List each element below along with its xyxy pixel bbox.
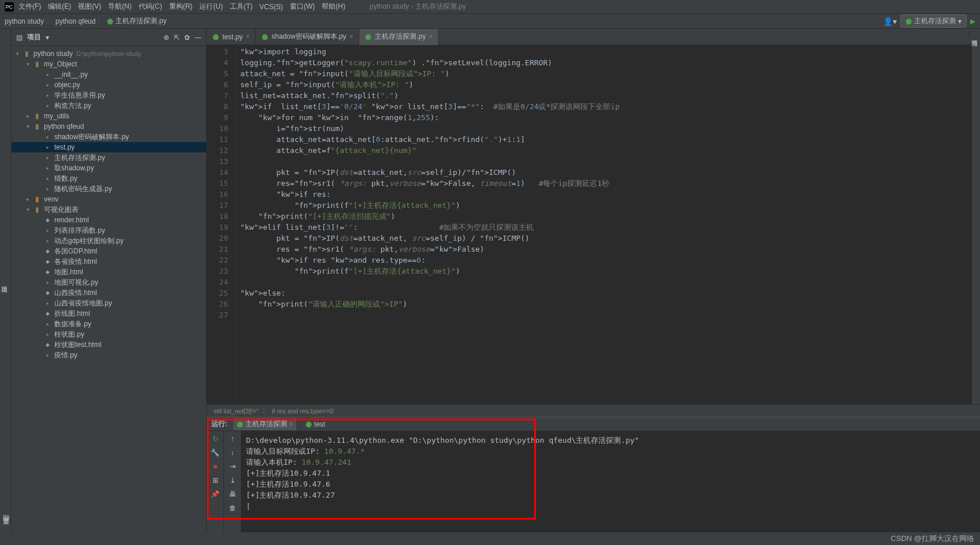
- tree-item[interactable]: ◆山西疫情.html: [12, 288, 206, 298]
- trash-icon[interactable]: 🗑: [229, 504, 236, 512]
- tree-item[interactable]: 动态gdp柱状图绘制.py: [12, 236, 206, 246]
- down-icon[interactable]: ↓: [231, 449, 234, 457]
- user-icon[interactable]: 👤▾: [883, 17, 897, 26]
- collapse-icon[interactable]: ⇱: [174, 33, 180, 42]
- target-icon[interactable]: ⊕: [163, 33, 169, 42]
- tree-item[interactable]: 山西省疫情地图.py: [12, 298, 206, 308]
- tree-item[interactable]: 随机密码生成器.py: [12, 184, 206, 194]
- scroll-icon[interactable]: ⤓: [230, 476, 236, 484]
- tree-item[interactable]: objec.py: [12, 80, 206, 90]
- menubar: PC 文件(F) 编辑(E) 视图(V) 导航(N) 代码(C) 重构(R) 运…: [0, 0, 980, 14]
- editor-tab[interactable]: ⬤shadow密码破解脚本.py×: [256, 29, 359, 45]
- code-editor[interactable]: 3456789101112131415161718192021222324252…: [207, 45, 980, 404]
- pin-icon[interactable]: 📌: [211, 490, 219, 498]
- run-button[interactable]: ▶: [970, 17, 975, 25]
- tree-item[interactable]: 取shadow.py: [12, 163, 206, 173]
- menu-run[interactable]: 运行(U): [199, 2, 223, 12]
- run-tab-0[interactable]: ⬤主机存活探测×: [233, 418, 296, 430]
- console-output[interactable]: D:\develop\python-3.11.4\python.exe "D:\…: [241, 431, 980, 532]
- tree-item[interactable]: 数据准备.py: [12, 319, 206, 329]
- run-tab-1[interactable]: ⬤test: [302, 419, 329, 430]
- stop-icon[interactable]: ■: [213, 462, 217, 471]
- tree-item[interactable]: 构造方法.py: [12, 100, 206, 111]
- run-toolbar-left: ↻ 🔧 ■ ⊞ 📌: [207, 431, 224, 532]
- crumb-0[interactable]: python study: [5, 17, 44, 25]
- menu-help[interactable]: 帮助(H): [322, 2, 345, 12]
- rerun-icon[interactable]: ↻: [213, 435, 218, 443]
- run-config-name: 主机存活探测: [914, 16, 956, 26]
- tree-item[interactable]: ▾▮python qfeud: [12, 121, 206, 132]
- editor-tabs: ⬤test.py×⬤shadow密码破解脚本.py×⬤主机存活探测.py×: [207, 29, 980, 45]
- wrench-icon[interactable]: 🔧: [211, 449, 219, 457]
- tree-item[interactable]: 柱状图.py: [12, 329, 206, 339]
- close-icon[interactable]: ×: [246, 33, 249, 40]
- tree-item[interactable]: ◆各省疫情.html: [12, 256, 206, 267]
- menu-code[interactable]: 代码(C): [139, 2, 162, 12]
- editor-tab[interactable]: ⬤主机存活探测.py×: [359, 29, 439, 45]
- breadcrumb-bar: python study〉 python qfeud〉 ⬤ 主机存活探测.py …: [0, 14, 980, 29]
- menu-window[interactable]: 窗口(W): [290, 2, 315, 12]
- menu-file[interactable]: 文件(F): [18, 2, 41, 12]
- tree-item[interactable]: ◆地图.html: [12, 267, 206, 277]
- tree-item[interactable]: 疫情.py: [12, 350, 206, 360]
- python-icon: ⬤: [107, 18, 113, 24]
- tree-item[interactable]: ▾▮python studyD:\python\python study: [12, 48, 206, 59]
- menu-vcs[interactable]: VCS(S): [259, 3, 283, 11]
- tree-item[interactable]: ◆render.html: [12, 215, 206, 225]
- editor-area: ⬤test.py×⬤shadow密码破解脚本.py×⬤主机存活探测.py× 34…: [207, 29, 980, 532]
- left-tool-strip[interactable]: 项目: [0, 29, 12, 532]
- close-icon[interactable]: ×: [350, 33, 353, 40]
- run-toolbar-left2: ↑ ↓ ⇥ ⤓ 🖶 🗑: [224, 431, 241, 532]
- tree-item[interactable]: 猜数.py: [12, 173, 206, 184]
- tree-item[interactable]: shadow密码破解脚本.py: [12, 132, 206, 142]
- crumb-2[interactable]: 主机存活探测.py: [115, 16, 166, 26]
- menu-tools[interactable]: 工具(T): [230, 2, 252, 12]
- menu-view[interactable]: 视图(V): [78, 2, 101, 12]
- tree-item[interactable]: ▸▮venv: [12, 194, 206, 204]
- tree-item[interactable]: __init__.py: [12, 69, 206, 80]
- tree-item[interactable]: 列表排序函数.py: [12, 225, 206, 236]
- line-gutter: 3456789101112131415161718192021222324252…: [207, 45, 236, 404]
- code-content[interactable]: "kw">import logging logging."fn">getLogg…: [236, 45, 972, 404]
- tree-item[interactable]: ◆折线图.html: [12, 308, 206, 319]
- crumb-b1[interactable]: if res and res.type==0: [272, 408, 333, 415]
- menu-nav[interactable]: 导航(N): [108, 2, 132, 12]
- crumb-1[interactable]: python qfeud: [55, 17, 95, 25]
- run-label: 运行:: [211, 419, 228, 429]
- layout-icon[interactable]: ⊞: [213, 476, 218, 484]
- tree-item[interactable]: ▾▮可视化图表: [12, 204, 206, 215]
- tree-item[interactable]: ▸▮my_utils: [12, 111, 206, 121]
- close-icon[interactable]: ×: [429, 33, 433, 40]
- window-title: python study - 主机存活探测.py: [370, 2, 466, 12]
- left-bottom-tabs[interactable]: 书签 结构: [0, 524, 12, 532]
- toolbar-right: 👤▾ ⬤ 主机存活探测 ▾ ▶: [883, 14, 975, 28]
- editor-tab[interactable]: ⬤test.py×: [207, 29, 256, 45]
- menu-edit[interactable]: 编辑(E): [48, 2, 71, 12]
- menu-refactor[interactable]: 重构(R): [169, 2, 193, 12]
- app-logo: PC: [5, 2, 14, 12]
- up-icon[interactable]: ↑: [231, 435, 234, 443]
- chevron-down-icon[interactable]: ▾: [46, 33, 49, 42]
- chevron-down-icon: ▾: [958, 17, 962, 25]
- tree-item[interactable]: 主机存活探测.py: [12, 152, 206, 163]
- breadcrumb: python study〉 python qfeud〉 ⬤ 主机存活探测.py: [5, 16, 166, 26]
- hide-icon[interactable]: —: [195, 33, 202, 42]
- tree-item[interactable]: test.py: [12, 142, 206, 152]
- run-panel: 运行: ⬤主机存活探测× ⬤test ↻ 🔧 ■ ⊞ 📌 ↑ ↓ ⇥ ⤓ 🖶: [207, 417, 980, 532]
- crumb-b0[interactable]: elif list_net[3]!='': [214, 408, 259, 415]
- run-config-selector[interactable]: ⬤ 主机存活探测 ▾: [900, 14, 967, 28]
- print-icon[interactable]: 🖶: [229, 490, 236, 498]
- sidebar-title: 项目: [27, 32, 41, 42]
- project-sidebar: ▤ 项目 ▾ ⊕ ⇱ ✿ — ▾▮python studyD:\python\p…: [12, 29, 207, 532]
- notifications-tab[interactable]: 通知: [968, 31, 980, 38]
- tree-item[interactable]: 学生信息录用.py: [12, 90, 206, 100]
- project-tree[interactable]: ▾▮python studyD:\python\python study▾▮my…: [12, 46, 206, 532]
- tree-item[interactable]: ▾▮my_Object: [12, 59, 206, 69]
- folder-icon: ▤: [16, 33, 23, 42]
- tree-item[interactable]: 地图可视化.py: [12, 277, 206, 288]
- tree-item[interactable]: ◆柱状图test.html: [12, 339, 206, 350]
- gear-icon[interactable]: ✿: [184, 33, 190, 42]
- wrap-icon[interactable]: ⇥: [230, 462, 236, 471]
- tree-item[interactable]: ◆各国GDP.html: [12, 246, 206, 256]
- scrollbar[interactable]: [972, 45, 980, 404]
